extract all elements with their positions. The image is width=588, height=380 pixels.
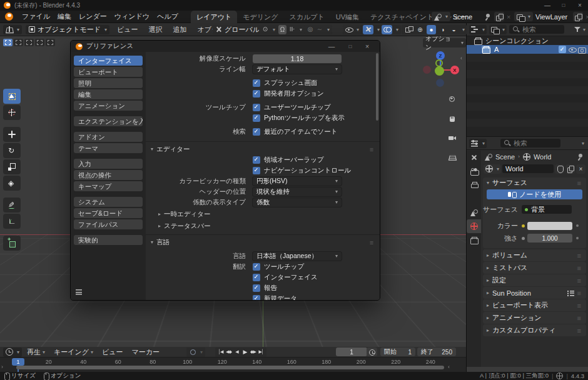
shading-solid-button[interactable]: ● — [427, 25, 436, 34]
preferences-sidebar-item[interactable]: アニメーション — [74, 101, 143, 111]
maximize-button[interactable]: □ — [555, 2, 572, 8]
world-browse-button[interactable]: ▾ — [484, 164, 501, 174]
strength-field[interactable]: 1.000 — [527, 234, 572, 242]
color-swatch[interactable] — [527, 222, 572, 230]
minimize-button[interactable]: — — [539, 2, 555, 9]
workspace-tab[interactable]: スカルプト — [283, 11, 330, 23]
scrollbar[interactable] — [376, 53, 378, 121]
next-keyframe-icon[interactable]: ◆▶ — [249, 349, 257, 354]
copy-world-button[interactable] — [565, 164, 575, 174]
checkbox-checked[interactable] — [253, 156, 260, 164]
menu-item[interactable]: 編集 — [54, 12, 75, 21]
expand-arrow-left[interactable]: › — [1, 364, 3, 370]
collapsed-panel[interactable]: ▸カスタムプロパティ ≡ — [483, 324, 586, 336]
preferences-sidebar-item[interactable]: セーブ&ロード — [74, 208, 143, 218]
surface-shader-field[interactable]: 背景 — [522, 205, 572, 214]
stopwatch-icon[interactable] — [367, 348, 377, 356]
preferences-sidebar-item[interactable]: 入力 — [74, 159, 143, 169]
resolution-scale-field[interactable]: 1.18 — [253, 54, 342, 63]
pin-icon[interactable] — [484, 13, 492, 21]
preferences-sidebar-item[interactable]: キーマップ — [74, 181, 143, 191]
properties-type-button[interactable]: ▾ — [469, 139, 487, 148]
breadcrumb-scene[interactable]: Scene — [495, 153, 515, 161]
viewport-menu-item[interactable]: 選択 — [149, 25, 163, 34]
preferences-sidebar-item[interactable]: ファイルパス — [74, 219, 143, 229]
copy-viewlayer-button[interactable] — [573, 12, 583, 21]
collapsed-subpanel[interactable]: ▸一時エディター — [146, 209, 380, 219]
pin-icon[interactable] — [577, 153, 584, 161]
select-mode-set-icon[interactable] — [3, 39, 13, 46]
outliner-search-input[interactable]: 検索 — [509, 25, 564, 34]
gizmo-y-neg-ball[interactable] — [435, 66, 444, 76]
show-gizmo-eye-icon[interactable] — [345, 26, 353, 33]
hand-icon[interactable] — [445, 112, 459, 126]
mode-selector[interactable]: オブジェクトモード ▾ — [26, 25, 109, 34]
start-frame-field[interactable]: 開始1 — [380, 348, 415, 356]
viewport-menu-item[interactable]: 追加 — [173, 25, 187, 34]
preferences-sidebar-item[interactable]: 照明 — [74, 78, 143, 88]
blender-menu-icon[interactable] — [5, 12, 13, 21]
collapsed-subpanel[interactable]: ▸ステータスバー — [146, 221, 380, 231]
collapsed-panel[interactable]: ▸ボリューム ≡ — [483, 249, 586, 261]
gizmo-z-neg-ball[interactable] — [436, 79, 444, 87]
shading-material-button[interactable]: ◑ — [438, 25, 447, 34]
preferences-sidebar-item[interactable]: ビューポート — [74, 67, 143, 77]
scene-name[interactable]: Scene — [453, 13, 482, 21]
select-mode-intersect-icon[interactable] — [46, 39, 55, 46]
preferences-sidebar-item[interactable]: 視点の操作 — [74, 170, 143, 180]
gizmo-x-neg-ball[interactable] — [423, 66, 431, 74]
prev-keyframe-icon[interactable]: ◀◆ — [225, 349, 233, 354]
playhead-badge[interactable]: 1 — [12, 358, 24, 366]
viewlayer-name[interactable]: ViewLayer — [535, 13, 570, 21]
collapsed-panel[interactable]: ▸設定 ≡ — [483, 274, 586, 286]
breadcrumb-world[interactable]: World — [534, 153, 552, 161]
shading-wireframe-button[interactable]: ⊕ — [415, 25, 425, 34]
select-mode-subtract-icon[interactable] — [24, 39, 34, 46]
pivot-point-selector[interactable]: ⊙▾ — [259, 25, 278, 34]
timeline-ruler[interactable]: 1 20406080100120140160180200220240 ‹ › — [0, 358, 466, 368]
preferences-sidebar-item[interactable]: テーマ — [74, 143, 143, 153]
language-select[interactable]: 日本語（Japanese）▾ — [253, 252, 342, 261]
timeline-menu-item[interactable]: ビュー▾ — [102, 348, 123, 357]
prefs-close-button[interactable]: × — [360, 42, 375, 50]
workspace-tab[interactable]: UV編集 — [330, 11, 365, 23]
preferences-sidebar-item[interactable]: 実験的 — [74, 235, 143, 245]
shading-rendered-button[interactable]: ◒ — [449, 25, 459, 34]
collection-row-selected[interactable]: A — [467, 45, 588, 54]
preferences-sidebar-item[interactable]: アドオン — [74, 132, 143, 142]
viewlayer-type-button[interactable]: ▾ — [514, 12, 533, 21]
sidebar-collapse-arrow[interactable]: ‹ — [460, 55, 462, 61]
gizmo-z-ball[interactable]: Z — [436, 51, 445, 60]
unlink-world-button[interactable]: × — [576, 164, 585, 174]
checkbox-checked[interactable] — [253, 128, 260, 136]
overlays-toggle[interactable] — [382, 25, 392, 34]
network-icon[interactable] — [556, 372, 563, 379]
checkbox-checked[interactable] — [253, 90, 260, 98]
menu-item[interactable]: ファイル — [18, 12, 54, 21]
checkbox-checked[interactable] — [253, 263, 260, 271]
close-button[interactable]: × — [572, 2, 588, 9]
checkbox-checked[interactable] — [253, 114, 260, 122]
properties-scrollbar[interactable] — [467, 367, 588, 372]
timeline-menu-item[interactable]: マーカー▾ — [132, 348, 160, 357]
camera-view-icon[interactable] — [445, 131, 459, 145]
line-width-select[interactable]: デフォルト▾ — [253, 65, 342, 74]
jump-start-icon[interactable]: │◀ — [216, 349, 225, 354]
end-frame-field[interactable]: 終了250 — [417, 348, 456, 356]
workspace-tab[interactable]: レイアウト — [191, 11, 237, 23]
world-name-field[interactable]: World — [502, 164, 554, 173]
jump-end-icon[interactable]: ▶│ — [257, 349, 265, 354]
falloff-curve-icon[interactable]: ∼ — [316, 26, 323, 33]
snap-toggle-icon[interactable]: Ω — [278, 25, 286, 34]
editor-type-button[interactable]: ▾ — [3, 25, 22, 34]
play-icon[interactable]: ▶ — [241, 349, 249, 355]
outliner-type-button[interactable]: ▾ — [469, 25, 487, 34]
prefs-maximize-button[interactable]: □ — [341, 44, 360, 49]
render-visibility-icon[interactable] — [578, 46, 585, 53]
animate-dot[interactable] — [576, 237, 579, 239]
fake-user-button[interactable] — [555, 164, 564, 174]
zoom-icon[interactable] — [445, 92, 459, 106]
gizmos-toggle[interactable] — [363, 25, 373, 34]
record-icon[interactable] — [189, 348, 196, 356]
navigation-gizmo[interactable]: Z X — [423, 51, 458, 86]
